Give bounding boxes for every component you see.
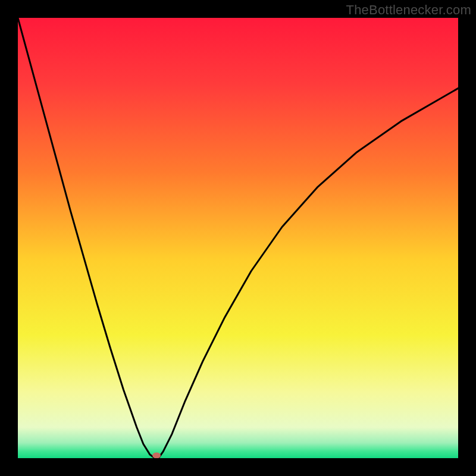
plot-area [18, 18, 458, 458]
chart-container: TheBottlenecker.com [0, 0, 476, 476]
chart-svg [18, 18, 458, 458]
watermark-text: TheBottlenecker.com [346, 2, 471, 18]
gradient-background [18, 18, 458, 458]
